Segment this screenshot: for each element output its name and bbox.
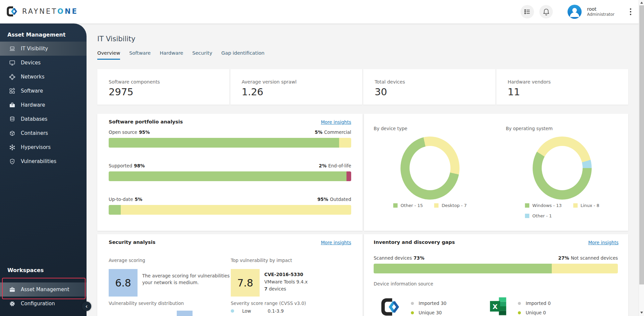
sidebar-item-label: Hardware (21, 102, 45, 108)
device-charts-panel: By device type Other - 15 Desktop - 7 By… (364, 114, 628, 231)
raynet-source-logo (380, 297, 401, 316)
cvss-range-label: Severity score range (CVSS v3.0) (231, 301, 306, 306)
sidebar-section-title: Asset Management (7, 32, 65, 38)
up-to-date-bar (109, 205, 351, 215)
average-scoring-label: Average scoring (109, 258, 145, 263)
user-name: root (587, 6, 614, 12)
top-vulnerability-score-box: 7.8 (231, 269, 260, 297)
scrollbar-thumb[interactable] (639, 5, 644, 284)
user-role: Administrator (587, 12, 614, 17)
page-scrollbar[interactable] (639, 0, 644, 316)
panel-title: Security analysis (109, 240, 155, 245)
sidebar-nav: IT Visibility Devices Networks Software (0, 42, 87, 168)
user-avatar[interactable] (568, 5, 582, 19)
workspace-list: Asset Management Configuration (0, 282, 87, 311)
legend-swatch (393, 203, 397, 208)
overflow-menu-button[interactable] (629, 7, 633, 16)
tab-software[interactable]: Software (129, 50, 151, 60)
workspace-item-configuration[interactable]: Configuration (0, 297, 87, 311)
legend-swatch (573, 203, 578, 208)
average-score-box: 6.8 (109, 269, 138, 297)
security-analysis-panel: Security analysis More insights Average … (97, 234, 363, 316)
cve-product: VMware Tools 9.4.x (264, 278, 308, 286)
kpi-total-devices: Total devices 30 (363, 69, 495, 105)
database-icon (9, 116, 15, 122)
monitor-icon (9, 60, 15, 66)
sidebar: Asset Management IT Visibility Devices N… (0, 23, 87, 316)
laptop-icon (9, 46, 15, 52)
device-sources: Imported 30 Unique 30 X Imported 0 Uniqu… (364, 297, 628, 316)
kpi-label: Hardware vendors (508, 79, 629, 85)
tab-hardware[interactable]: Hardware (160, 50, 183, 60)
imported-dot (411, 302, 414, 305)
tasks-button[interactable] (521, 5, 534, 18)
sidebar-item-devices[interactable]: Devices (0, 56, 87, 70)
workspace-item-label: Asset Management (21, 286, 69, 293)
os-legend: Windows - 13 Linux - 8 Other - 1 (525, 203, 599, 218)
briefcase-icon (9, 286, 15, 293)
kpi-value: 11 (508, 86, 629, 98)
sidebar-item-hardware[interactable]: Hardware (0, 98, 87, 112)
cve-details: CVE-2016-5330 VMware Tools 9.4.x 7 devic… (264, 271, 308, 293)
scrollbar-up-arrow[interactable] (640, 2, 643, 4)
sidebar-item-vulnerabilities[interactable]: Vulnerabilities (0, 154, 87, 168)
device-source-label: Device information source (374, 281, 433, 286)
sidebar-item-it-visibility[interactable]: IT Visibility (0, 42, 87, 56)
sidebar-item-label: Devices (21, 60, 41, 66)
more-insights-link[interactable]: More insights (588, 240, 619, 245)
sidebar-collapse-button[interactable]: ‹ (82, 302, 91, 311)
sidebar-item-hypervisors[interactable]: Hypervisors (0, 140, 87, 154)
notifications-button[interactable] (539, 5, 553, 18)
kpi-version-sprawl: Average version sprawl 1.26 (230, 69, 363, 105)
workspaces-section-title: Workspaces (7, 267, 44, 273)
excel-logo: X (488, 297, 508, 316)
severity-distribution-label: Vulnerability severity distribution (109, 301, 184, 306)
software-portfolio-panel: Software portfolio analysis More insight… (97, 114, 363, 231)
more-insights-link[interactable]: More insights (321, 119, 351, 125)
legend-swatch (434, 203, 439, 208)
gear-icon (9, 301, 15, 307)
sidebar-item-label: IT Visibility (21, 46, 48, 52)
scanned-devices-bar-group: Scanned devices73% 27%Not scanned device… (374, 255, 618, 273)
source-raynet: Imported 30 Unique 30 (380, 297, 446, 316)
tab-gap-identification[interactable]: Gap identification (221, 50, 265, 60)
kpi-label: Total devices (375, 79, 495, 85)
user-info[interactable]: root Administrator (587, 6, 614, 17)
kpi-value: 2975 (109, 86, 229, 98)
tab-overview[interactable]: Overview (97, 50, 120, 60)
cve-device-count: 7 devices (264, 285, 308, 293)
hardware-icon (9, 102, 15, 108)
bell-icon (542, 8, 550, 16)
network-icon (9, 74, 15, 80)
unique-dot (411, 311, 414, 314)
scrollbar-down-arrow[interactable] (640, 312, 643, 314)
kpi-value: 30 (375, 86, 495, 98)
container-box-icon (9, 130, 15, 137)
software-icon (9, 88, 15, 94)
sidebar-item-databases[interactable]: Databases (0, 112, 87, 126)
os-chart-column: By operating system Windows - 13 Linux -… (496, 114, 628, 231)
workspace-item-asset-management[interactable]: Asset Management (0, 282, 87, 297)
person-icon (568, 5, 582, 19)
os-donut (533, 137, 592, 200)
raynet-logo-icon (6, 5, 18, 17)
main-content: IT Visibility Overview Software Hardware… (87, 23, 639, 316)
chart-title: By operating system (506, 126, 553, 131)
brand-logo[interactable]: RAYNETONE (6, 5, 78, 17)
sidebar-item-label: Databases (21, 116, 47, 122)
task-list-icon (524, 8, 531, 15)
sidebar-item-networks[interactable]: Networks (0, 70, 87, 84)
kpi-row: Software components 2975 Average version… (97, 69, 628, 105)
device-type-chart-column: By device type Other - 15 Desktop - 7 (364, 114, 496, 231)
sidebar-item-software[interactable]: Software (0, 84, 87, 98)
more-insights-link[interactable]: More insights (321, 240, 351, 245)
panel-title: Software portfolio analysis (109, 119, 183, 124)
cvss-legend: Low 0.1-3.9 Medium 4.0-6.9 (231, 306, 284, 316)
severity-bar-partial (177, 311, 193, 316)
top-vulnerability-label: Top vulnerability by impact (231, 258, 292, 263)
sidebar-item-containers[interactable]: Containers (0, 126, 87, 140)
kpi-label: Software components (109, 79, 229, 85)
device-type-legend: Other - 15 Desktop - 7 (393, 203, 467, 208)
open-source-bar (109, 138, 351, 148)
tab-security[interactable]: Security (192, 50, 212, 60)
